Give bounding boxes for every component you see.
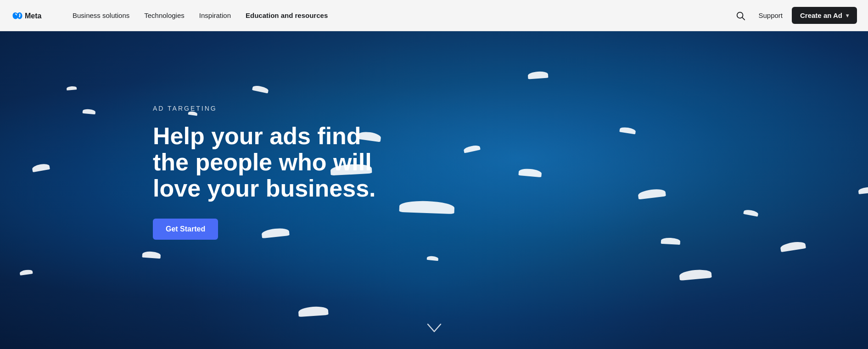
ocean-overlay [0, 31, 868, 349]
search-icon [735, 11, 745, 21]
hero-section: Ad targeting Help your ads find the peop… [0, 31, 868, 349]
nav-inspiration[interactable]: Inspiration [194, 8, 236, 23]
support-link[interactable]: Support [758, 11, 783, 19]
hero-title: Help your ads find the people who will l… [153, 123, 382, 202]
nav-technologies[interactable]: Technologies [139, 8, 190, 23]
nav-business-solutions[interactable]: Business solutions [67, 8, 135, 23]
svg-text:Meta: Meta [25, 12, 42, 20]
search-button[interactable] [732, 7, 749, 24]
chevron-down-icon: ▾ [846, 12, 849, 19]
meta-logo-svg: Meta [11, 10, 49, 21]
get-started-button[interactable]: Get Started [153, 219, 218, 240]
scroll-down-chevron[interactable] [427, 323, 442, 336]
nav-links: Business solutions Technologies Inspirat… [67, 8, 732, 23]
hero-label: Ad targeting [153, 105, 382, 112]
chevron-down-scroll-icon [427, 323, 442, 333]
create-ad-button[interactable]: Create an Ad ▾ [792, 7, 857, 24]
navbar: Meta Business solutions Technologies Ins… [0, 0, 868, 31]
navbar-right: Support Create an Ad ▾ [732, 7, 857, 24]
meta-logo[interactable]: Meta [11, 10, 49, 21]
create-ad-label: Create an Ad [800, 11, 842, 19]
nav-education-resources[interactable]: Education and resources [240, 8, 333, 23]
svg-line-2 [743, 17, 745, 20]
hero-content: Ad targeting Help your ads find the peop… [153, 105, 382, 240]
